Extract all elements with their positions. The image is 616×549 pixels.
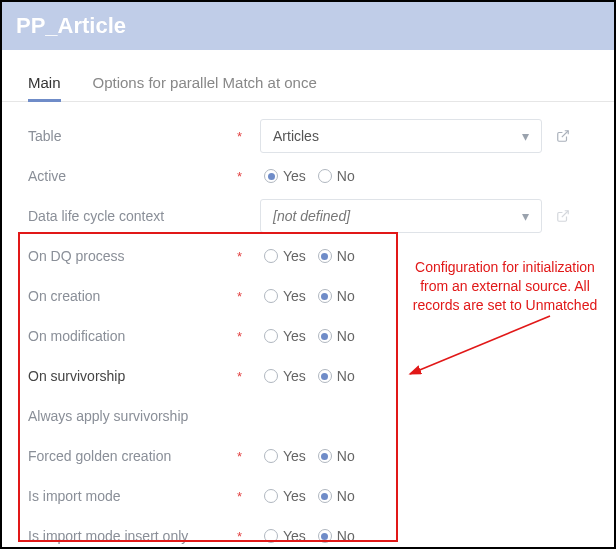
label-data-life-cycle: Data life cycle context <box>28 208 164 224</box>
label-on-dq-process: On DQ process <box>28 248 124 264</box>
svg-line-1 <box>562 211 568 217</box>
radio-icon <box>318 289 332 303</box>
select-data-life-cycle[interactable]: [not defined] ▾ <box>260 199 542 233</box>
label-on-creation: On creation <box>28 288 100 304</box>
radio-isins-no[interactable]: No <box>318 528 355 544</box>
row-table: Table * Articles ▾ <box>28 116 594 156</box>
radio-icon <box>318 249 332 263</box>
radio-icon <box>318 329 332 343</box>
radio-isimp-yes[interactable]: Yes <box>264 488 306 504</box>
external-link-icon[interactable] <box>552 129 574 143</box>
radio-icon <box>318 489 332 503</box>
page-title: PP_Article <box>16 13 126 39</box>
external-link-icon <box>552 209 574 223</box>
radio-icon <box>318 169 332 183</box>
select-table[interactable]: Articles ▾ <box>260 119 542 153</box>
radio-active-yes[interactable]: Yes <box>264 168 306 184</box>
radio-isins-yes[interactable]: Yes <box>264 528 306 544</box>
radio-icon <box>264 249 278 263</box>
radio-icon <box>318 529 332 543</box>
select-datalc-value: [not defined] <box>273 208 350 224</box>
required-marker: * <box>237 489 242 504</box>
radio-onsurv-yes[interactable]: Yes <box>264 368 306 384</box>
required-marker: * <box>237 369 242 384</box>
radio-active-no[interactable]: No <box>318 168 355 184</box>
radio-onmod-yes[interactable]: Yes <box>264 328 306 344</box>
tab-main[interactable]: Main <box>28 74 61 101</box>
label-table: Table <box>28 128 61 144</box>
header: PP_Article <box>2 2 614 50</box>
required-marker: * <box>237 329 242 344</box>
label-always-apply-survivorship: Always apply survivorship <box>28 408 188 424</box>
radio-icon <box>264 489 278 503</box>
label-forced-golden: Forced golden creation <box>28 448 171 464</box>
row-on-survivorship: On survivorship * Yes No <box>28 356 594 396</box>
radio-onsurv-no[interactable]: No <box>318 368 355 384</box>
radio-dqproc-no[interactable]: No <box>318 248 355 264</box>
required-marker: * <box>237 529 242 544</box>
tab-options-parallel[interactable]: Options for parallel Match at once <box>93 74 317 101</box>
radio-icon <box>264 529 278 543</box>
label-on-modification: On modification <box>28 328 125 344</box>
radio-icon <box>264 289 278 303</box>
svg-line-0 <box>562 131 568 137</box>
radio-oncre-no[interactable]: No <box>318 288 355 304</box>
row-always-apply-survivorship: Always apply survivorship <box>28 396 594 436</box>
required-marker: * <box>237 249 242 264</box>
radio-forced-no[interactable]: No <box>318 448 355 464</box>
required-marker: * <box>237 449 242 464</box>
row-is-import-mode: Is import mode * Yes No <box>28 476 594 516</box>
radio-oncre-yes[interactable]: Yes <box>264 288 306 304</box>
chevron-down-icon: ▾ <box>522 208 529 224</box>
label-on-survivorship: On survivorship <box>28 368 125 384</box>
required-marker: * <box>237 169 242 184</box>
select-table-value: Articles <box>273 128 319 144</box>
label-is-import-mode: Is import mode <box>28 488 121 504</box>
radio-onmod-no[interactable]: No <box>318 328 355 344</box>
required-marker: * <box>237 129 242 144</box>
row-forced-golden-creation: Forced golden creation * Yes No <box>28 436 594 476</box>
form: Table * Articles ▾ Active * <box>2 102 614 549</box>
radio-isimp-no[interactable]: No <box>318 488 355 504</box>
label-active: Active <box>28 168 66 184</box>
row-active: Active * Yes No <box>28 156 594 196</box>
annotation-text: Configuration for initialization from an… <box>410 258 600 315</box>
radio-icon <box>264 449 278 463</box>
row-is-import-insert-only: Is import mode insert only * Yes No <box>28 516 594 549</box>
radio-forced-yes[interactable]: Yes <box>264 448 306 464</box>
row-on-modification: On modification * Yes No <box>28 316 594 356</box>
radio-icon <box>264 169 278 183</box>
label-is-import-insert-only: Is import mode insert only <box>28 528 188 544</box>
radio-icon <box>264 329 278 343</box>
radio-icon <box>318 449 332 463</box>
row-data-life-cycle: Data life cycle context [not defined] ▾ <box>28 196 594 236</box>
chevron-down-icon: ▾ <box>522 128 529 144</box>
required-marker: * <box>237 289 242 304</box>
tabs: Main Options for parallel Match at once <box>2 50 614 102</box>
radio-dqproc-yes[interactable]: Yes <box>264 248 306 264</box>
radio-icon <box>318 369 332 383</box>
radio-icon <box>264 369 278 383</box>
